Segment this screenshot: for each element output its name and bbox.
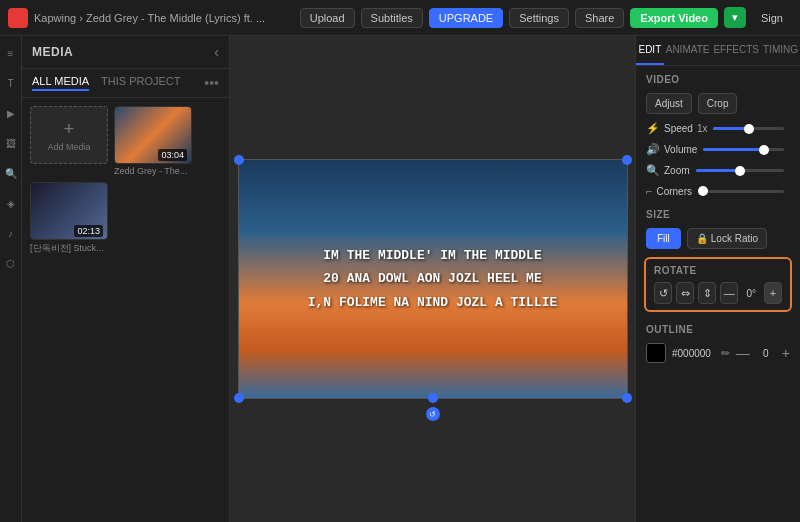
rotate-handle[interactable]: ↺ (426, 407, 440, 421)
volume-row: 🔊 Volume (636, 139, 800, 160)
text-line-1: IM THE MIDDLE' IM THE MIDDLE (308, 244, 558, 267)
text-line-3: I,N FOLIME NA NIND JOZL A TILLIE (308, 291, 558, 314)
adjust-button[interactable]: Adjust (646, 93, 692, 114)
outline-section-label: OUTLINE (636, 316, 800, 339)
media-duration-2: 02:13 (74, 225, 103, 237)
outline-row: #000000 ✏ — 0 + (646, 343, 790, 363)
add-media-label: Add Media (47, 142, 90, 152)
corners-slider[interactable] (698, 190, 784, 193)
video-canvas[interactable]: IM THE MIDDLE' IM THE MIDDLE 20 ANA DOWL… (238, 159, 628, 399)
collapse-button[interactable]: ‹ (214, 44, 219, 60)
handle-bottom-left[interactable] (234, 393, 244, 403)
canvas-area: IM THE MIDDLE' IM THE MIDDLE 20 ANA DOWL… (230, 36, 635, 522)
speed-value: 1x (697, 123, 708, 134)
speed-label: ⚡ Speed (646, 122, 693, 135)
tab-all-media[interactable]: ALL MEDIA (32, 75, 89, 91)
audio-icon[interactable]: ♪ (2, 224, 20, 242)
volume-slider[interactable] (703, 148, 784, 151)
corners-label: ⌐ Corners (646, 185, 692, 197)
volume-icon: 🔊 (646, 143, 660, 156)
speed-slider[interactable] (713, 127, 784, 130)
share-button[interactable]: Share (575, 8, 624, 28)
image-icon[interactable]: 🖼 (2, 134, 20, 152)
zoom-icon: 🔍 (646, 164, 660, 177)
outline-edit-icon[interactable]: ✏ (721, 347, 730, 360)
plugins-icon[interactable]: ⬡ (2, 254, 20, 272)
speed-row: ⚡ Speed 1x (636, 118, 800, 139)
rotate-ccw-button[interactable]: ↺ (654, 282, 672, 304)
handle-top-right[interactable] (622, 155, 632, 165)
tab-edit[interactable]: EDIT (636, 36, 664, 65)
export-arrow-button[interactable]: ▾ (724, 7, 746, 28)
lock-icon: 🔒 (696, 233, 708, 244)
tab-this-project[interactable]: THIS PROJECT (101, 75, 180, 91)
outline-color-swatch[interactable] (646, 343, 666, 363)
media-panel: MEDIA ‹ ALL MEDIA THIS PROJECT ••• + Add… (22, 36, 230, 522)
volume-label: 🔊 Volume (646, 143, 697, 156)
media-name-1: Zedd Grey - The... (114, 166, 192, 176)
right-panel: EDIT ANIMATE EFFECTS TIMING VIDEO Adjust… (635, 36, 800, 522)
topbar: Kapwing › Zedd Grey - The Middle (Lyrics… (0, 0, 800, 36)
adjust-crop-pair: Adjust Crop (636, 89, 800, 118)
handle-bottom-right[interactable] (622, 393, 632, 403)
media-grid: + Add Media 03:04 Zedd Grey - The... 02:… (22, 98, 229, 263)
media-title: MEDIA (32, 45, 73, 59)
outline-plus-button[interactable]: + (782, 345, 790, 361)
export-button[interactable]: Export Video (630, 8, 718, 28)
media-more-icon[interactable]: ••• (204, 75, 219, 91)
media-name-2: [단독비전] Stuck... (30, 242, 108, 255)
media-header: MEDIA ‹ (22, 36, 229, 69)
search-icon[interactable]: 🔍 (2, 164, 20, 182)
rotate-minus-button[interactable]: — (720, 282, 738, 304)
handle-bottom-center[interactable] (428, 393, 438, 403)
tab-animate[interactable]: ANIMATE (664, 36, 712, 65)
lock-ratio-button[interactable]: 🔒 Lock Ratio (687, 228, 767, 249)
rotate-plus-button[interactable]: + (764, 282, 782, 304)
main-layout: ≡ T ▶ 🖼 🔍 ◈ ♪ ⬡ MEDIA ‹ ALL MEDIA THIS P… (0, 36, 800, 522)
subtitles-button[interactable]: Subtitles (361, 8, 423, 28)
rotate-buttons: ↺ ⇔ ⇕ — 0° + (654, 282, 782, 304)
corners-row: ⌐ Corners (636, 181, 800, 201)
edit-tabs: EDIT ANIMATE EFFECTS TIMING (636, 36, 800, 66)
breadcrumb: Kapwing › Zedd Grey - The Middle (Lyrics… (34, 12, 294, 24)
rotate-section: ROTATE ↺ ⇔ ⇕ — 0° + (644, 257, 792, 312)
size-section-label: SIZE (636, 201, 800, 224)
media-duration-1: 03:04 (158, 149, 187, 161)
sign-button[interactable]: Sign (752, 9, 792, 27)
flip-vertical-button[interactable]: ⇕ (698, 282, 716, 304)
zoom-slider[interactable] (696, 169, 784, 172)
video-section-label: VIDEO (636, 66, 800, 89)
add-media-item[interactable]: + Add Media (30, 106, 108, 176)
canvas-wrapper: IM THE MIDDLE' IM THE MIDDLE 20 ANA DOWL… (238, 159, 628, 399)
outline-number: 0 (756, 348, 776, 359)
fill-button[interactable]: Fill (646, 228, 681, 249)
settings-button[interactable]: Settings (509, 8, 569, 28)
media-item-2[interactable]: 02:13 [단독비전] Stuck... (30, 182, 108, 255)
outline-section: #000000 ✏ — 0 + (636, 339, 800, 367)
layers-icon[interactable]: ≡ (2, 44, 20, 62)
rotate-value: 0° (742, 288, 760, 299)
text-icon[interactable]: T (2, 74, 20, 92)
canvas-text: IM THE MIDDLE' IM THE MIDDLE 20 ANA DOWL… (308, 244, 558, 314)
tab-effects[interactable]: EFFECTS (711, 36, 761, 65)
text-line-2: 20 ANA DOWL AON JOZL HEEL ME (308, 267, 558, 290)
elements-icon[interactable]: ◈ (2, 194, 20, 212)
kapwing-logo (8, 8, 28, 28)
corners-icon: ⌐ (646, 185, 652, 197)
video-icon[interactable]: ▶ (2, 104, 20, 122)
zoom-label: 🔍 Zoom (646, 164, 690, 177)
upgrade-button[interactable]: UPGRADE (429, 8, 503, 28)
size-row: Fill 🔒 Lock Ratio (636, 224, 800, 253)
icon-bar: ≡ T ▶ 🖼 🔍 ◈ ♪ ⬡ (0, 36, 22, 522)
add-plus-icon: + (64, 119, 75, 140)
flip-horizontal-button[interactable]: ⇔ (676, 282, 694, 304)
media-item-1[interactable]: 03:04 Zedd Grey - The... (114, 106, 192, 176)
media-tabs: ALL MEDIA THIS PROJECT ••• (22, 69, 229, 98)
outline-minus-button[interactable]: — (736, 345, 750, 361)
upload-button[interactable]: Upload (300, 8, 355, 28)
handle-top-left[interactable] (234, 155, 244, 165)
tab-timing[interactable]: TIMING (761, 36, 800, 65)
rotate-label: ROTATE (654, 265, 782, 276)
crop-button[interactable]: Crop (698, 93, 738, 114)
outline-color-value: #000000 (672, 348, 715, 359)
